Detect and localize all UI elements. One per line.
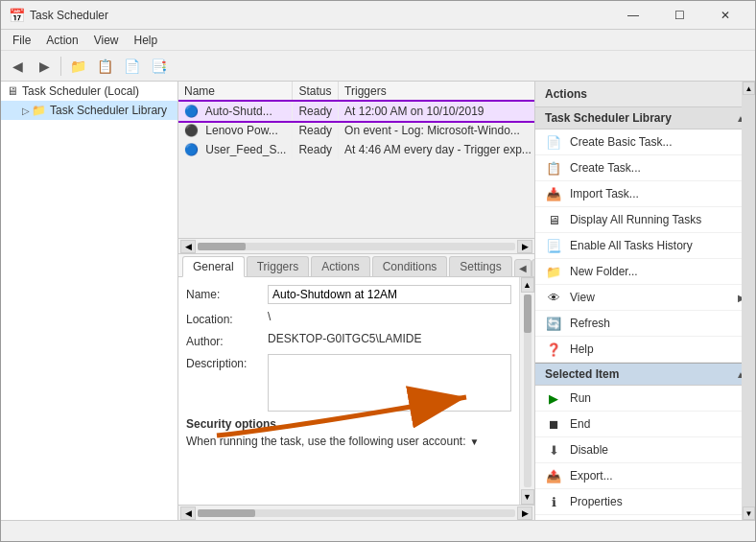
action-create-task[interactable]: 📋 Create Task... <box>535 155 755 181</box>
task-name-cell-2: 🔵 User_Feed_S... <box>178 140 293 159</box>
table-row[interactable]: ⚫ Lenovo Pow... Ready On event - Log: Mi… <box>178 121 534 140</box>
properties-button[interactable]: 📋 <box>92 54 117 79</box>
action-view[interactable]: 👁 View ▶ <box>535 285 755 311</box>
details-hscrollbar[interactable]: ◀ ▶ <box>178 505 534 520</box>
action-import-task-label: Import Task... <box>570 187 639 200</box>
tree-library-label: Task Scheduler Library <box>50 104 167 117</box>
table-row[interactable]: 🔵 Auto-Shutd... Ready At 12:00 AM on 10/… <box>178 102 534 122</box>
action-view-label: View <box>570 291 595 304</box>
section-items-library: 📄 Create Basic Task... 📋 Create Task... … <box>535 130 755 363</box>
action-enable-history-label: Enable All Tasks History <box>570 239 693 252</box>
section-title-selected: Selected Item <box>545 367 619 381</box>
action-run-label: Run <box>570 391 591 405</box>
menu-view[interactable]: View <box>86 32 127 49</box>
actions-scroll-down[interactable]: ▼ <box>743 507 755 520</box>
location-label: Location: <box>186 310 268 326</box>
form-row-description: Description: <box>186 354 527 412</box>
create-task-button[interactable]: 📄 <box>119 54 144 79</box>
export-button[interactable]: 📑 <box>146 54 171 79</box>
details-scroll-thumb[interactable] <box>198 509 255 517</box>
tab-general[interactable]: General <box>182 256 245 277</box>
help-icon: ❓ <box>545 341 562 358</box>
action-import-task[interactable]: 📥 Import Task... <box>535 181 755 207</box>
tab-actions[interactable]: Actions <box>311 256 369 276</box>
action-end[interactable]: ⏹ End <box>535 412 755 437</box>
details-panel: General Triggers Actions Conditions Sett… <box>178 254 534 505</box>
action-help-label: Help <box>570 342 594 356</box>
security-section: Security options When running the task, … <box>186 417 527 448</box>
table-row[interactable]: 🔵 User_Feed_S... Ready At 4:46 AM every … <box>178 140 534 159</box>
menu-action[interactable]: Action <box>38 32 85 49</box>
action-enable-history[interactable]: 📃 Enable All Tasks History <box>535 233 755 259</box>
menu-help[interactable]: Help <box>127 32 166 49</box>
close-button[interactable]: ✕ <box>703 1 747 30</box>
tab-settings[interactable]: Settings <box>449 256 511 276</box>
table-header-row: Name Status Triggers <box>178 82 534 102</box>
action-create-basic-task[interactable]: 📄 Create Basic Task... <box>535 130 755 155</box>
scroll-thumb[interactable] <box>198 243 246 250</box>
scroll-up-btn[interactable]: ▲ <box>521 277 534 293</box>
menu-file[interactable]: File <box>5 32 38 49</box>
tab-nav-left[interactable]: ◀ <box>514 259 532 277</box>
name-input[interactable] <box>268 285 511 304</box>
action-display-running[interactable]: 🖥 Display All Running Tasks <box>535 207 755 233</box>
toolbar: ◀ ▶ 📁 📋 📄 📑 <box>1 51 755 82</box>
task-name-0: Auto-Shutd... <box>205 105 272 118</box>
action-properties-label: Properties <box>570 495 623 508</box>
display-running-icon: 🖥 <box>545 211 562 228</box>
tab-triggers[interactable]: Triggers <box>247 256 310 276</box>
import-task-icon: 📥 <box>545 185 562 202</box>
task-icon-2: 🔵 <box>184 143 199 156</box>
menubar: File Action View Help <box>1 30 755 51</box>
action-new-folder-label: New Folder... <box>570 265 638 278</box>
properties-icon: ℹ <box>545 493 562 510</box>
task-hscrollbar[interactable]: ◀ ▶ <box>178 238 534 253</box>
task-status-0: Ready <box>293 102 339 122</box>
security-title: Security options <box>186 417 527 431</box>
action-help[interactable]: ❓ Help <box>535 337 755 363</box>
scroll-right-btn[interactable]: ▶ <box>517 240 532 253</box>
tree-library-icon: 📁 <box>32 104 46 117</box>
action-create-basic-task-label: Create Basic Task... <box>570 135 673 149</box>
col-name[interactable]: Name <box>178 82 293 102</box>
description-label: Description: <box>186 354 268 370</box>
security-text: When running the task, use the following… <box>186 435 466 448</box>
col-triggers[interactable]: Triggers <box>339 82 534 102</box>
action-new-folder[interactable]: 📁 New Folder... <box>535 259 755 285</box>
action-refresh[interactable]: 🔄 Refresh <box>535 311 755 337</box>
details-vscrollbar[interactable]: ▲ ▼ <box>519 277 534 505</box>
forward-button[interactable]: ▶ <box>32 54 57 79</box>
action-run[interactable]: ▶ Run <box>535 386 755 412</box>
maximize-button[interactable]: ☐ <box>657 1 701 30</box>
tree-expand-arrow: ▷ <box>22 106 30 116</box>
col-status[interactable]: Status <box>293 82 339 102</box>
tree-library[interactable]: ▷ 📁 Task Scheduler Library <box>1 101 177 120</box>
action-disable[interactable]: ⬇ Disable <box>535 437 755 463</box>
description-textarea[interactable] <box>268 354 511 412</box>
scroll-left-btn[interactable]: ◀ <box>180 240 196 253</box>
task-triggers-1: On event - Log: Microsoft-Windo... <box>339 121 534 140</box>
task-name-cell-1: ⚫ Lenovo Pow... <box>178 121 293 140</box>
back-button[interactable]: ◀ <box>5 54 30 79</box>
minimize-button[interactable]: — <box>611 1 655 30</box>
actions-vscrollbar[interactable]: ▲ ▼ <box>742 82 755 520</box>
section-header-selected[interactable]: Selected Item ▲ <box>535 363 755 386</box>
author-label: Author: <box>186 332 268 348</box>
scroll-down-btn[interactable]: ▼ <box>521 489 534 505</box>
action-export[interactable]: 📤 Export... <box>535 463 755 489</box>
create-basic-task-icon: 📄 <box>545 133 562 151</box>
tree-root[interactable]: 🖥 Task Scheduler (Local) <box>1 82 177 101</box>
details-scroll-right[interactable]: ▶ <box>517 507 532 520</box>
details-content: Name: Location: \ Author: DESKTOP-G0ITGC… <box>178 277 534 505</box>
vscroll-thumb[interactable] <box>524 295 532 333</box>
details-scroll-left[interactable]: ◀ <box>180 507 196 520</box>
section-header-library[interactable]: Task Scheduler Library ▲ <box>535 107 755 130</box>
task-triggers-2: At 4:46 AM every day - Trigger exp... <box>339 140 534 159</box>
export-icon: 📤 <box>545 467 562 484</box>
action-properties[interactable]: ℹ Properties <box>535 489 755 515</box>
security-text-row: When running the task, use the following… <box>186 435 527 448</box>
folder-button[interactable]: 📁 <box>65 54 90 79</box>
tab-conditions[interactable]: Conditions <box>372 256 448 276</box>
actions-scroll-up[interactable]: ▲ <box>743 82 755 95</box>
create-task-icon: 📋 <box>545 159 562 177</box>
